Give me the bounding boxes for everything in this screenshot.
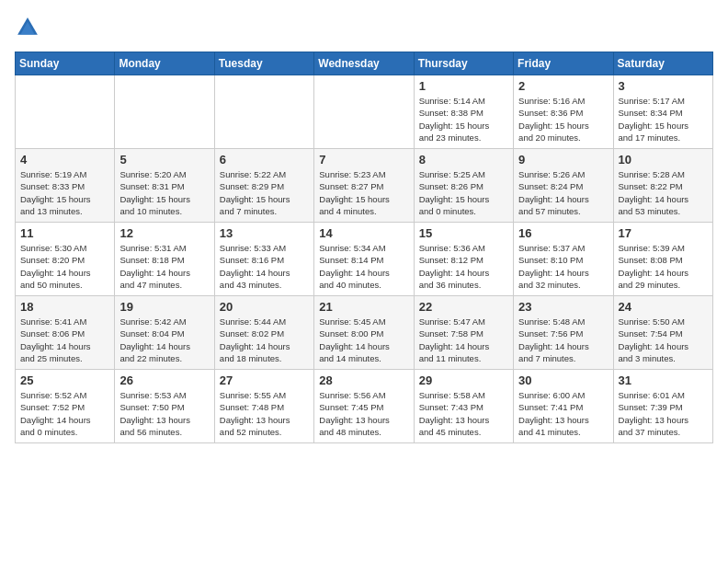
- day-info: Sunrise: 5:55 AM Sunset: 7:48 PM Dayligh…: [220, 389, 309, 438]
- day-info: Sunrise: 5:39 AM Sunset: 8:08 PM Dayligh…: [619, 242, 708, 291]
- day-number: 1: [419, 79, 508, 93]
- calendar-day-header: Sunday: [16, 52, 115, 75]
- day-number: 26: [119, 373, 209, 387]
- day-info: Sunrise: 5:22 AM Sunset: 8:29 PM Dayligh…: [220, 168, 309, 217]
- day-number: 17: [619, 226, 708, 240]
- calendar-day-cell: [16, 75, 115, 149]
- day-info: Sunrise: 5:34 AM Sunset: 8:14 PM Dayligh…: [319, 242, 408, 291]
- calendar-day-cell: 1Sunrise: 5:14 AM Sunset: 8:38 PM Daylig…: [414, 75, 513, 149]
- day-number: 8: [419, 153, 508, 167]
- day-info: Sunrise: 5:30 AM Sunset: 8:20 PM Dayligh…: [20, 242, 109, 291]
- day-info: Sunrise: 5:20 AM Sunset: 8:31 PM Dayligh…: [119, 168, 209, 217]
- calendar-day-header: Friday: [514, 52, 613, 75]
- day-info: Sunrise: 5:17 AM Sunset: 8:34 PM Dayligh…: [619, 95, 708, 144]
- calendar-day-cell: 10Sunrise: 5:28 AM Sunset: 8:22 PM Dayli…: [613, 149, 712, 223]
- calendar-day-header: Monday: [115, 52, 214, 75]
- calendar-day-cell: 26Sunrise: 5:53 AM Sunset: 7:50 PM Dayli…: [115, 370, 214, 443]
- day-info: Sunrise: 5:50 AM Sunset: 7:54 PM Dayligh…: [619, 316, 708, 364]
- day-info: Sunrise: 5:53 AM Sunset: 7:50 PM Dayligh…: [119, 389, 209, 438]
- logo-icon: [15, 15, 40, 40]
- day-number: 29: [419, 373, 508, 387]
- day-number: 28: [319, 373, 408, 387]
- calendar-week-row: 4Sunrise: 5:19 AM Sunset: 8:33 PM Daylig…: [16, 149, 713, 223]
- calendar-day-cell: 22Sunrise: 5:47 AM Sunset: 7:58 PM Dayli…: [414, 296, 513, 370]
- day-number: 14: [319, 226, 408, 240]
- day-info: Sunrise: 5:42 AM Sunset: 8:04 PM Dayligh…: [119, 316, 209, 364]
- day-number: 5: [119, 153, 209, 167]
- day-info: Sunrise: 5:41 AM Sunset: 8:06 PM Dayligh…: [20, 316, 109, 364]
- calendar-header-row: SundayMondayTuesdayWednesdayThursdayFrid…: [16, 52, 713, 75]
- calendar-day-cell: 23Sunrise: 5:48 AM Sunset: 7:56 PM Dayli…: [514, 296, 613, 370]
- calendar-week-row: 11Sunrise: 5:30 AM Sunset: 8:20 PM Dayli…: [16, 223, 713, 296]
- day-number: 31: [619, 373, 708, 387]
- day-number: 19: [119, 300, 209, 314]
- calendar-day-cell: 24Sunrise: 5:50 AM Sunset: 7:54 PM Dayli…: [613, 296, 712, 370]
- day-number: 7: [319, 153, 408, 167]
- day-info: Sunrise: 5:16 AM Sunset: 8:36 PM Dayligh…: [518, 95, 608, 144]
- calendar-day-cell: 12Sunrise: 5:31 AM Sunset: 8:18 PM Dayli…: [115, 223, 214, 296]
- calendar-day-cell: 17Sunrise: 5:39 AM Sunset: 8:08 PM Dayli…: [613, 223, 712, 296]
- calendar-day-cell: [214, 75, 313, 149]
- calendar-day-cell: 31Sunrise: 6:01 AM Sunset: 7:39 PM Dayli…: [613, 370, 712, 443]
- day-number: 11: [20, 226, 109, 240]
- day-number: 21: [319, 300, 408, 314]
- calendar-day-cell: [115, 75, 214, 149]
- day-info: Sunrise: 5:48 AM Sunset: 7:56 PM Dayligh…: [518, 316, 608, 364]
- day-info: Sunrise: 5:56 AM Sunset: 7:45 PM Dayligh…: [319, 389, 408, 438]
- day-info: Sunrise: 5:44 AM Sunset: 8:02 PM Dayligh…: [220, 316, 309, 364]
- calendar-day-cell: [314, 75, 414, 149]
- calendar-day-cell: 20Sunrise: 5:44 AM Sunset: 8:02 PM Dayli…: [214, 296, 313, 370]
- day-number: 12: [119, 226, 209, 240]
- day-number: 6: [220, 153, 309, 167]
- day-number: 4: [20, 153, 109, 167]
- calendar-day-cell: 27Sunrise: 5:55 AM Sunset: 7:48 PM Dayli…: [214, 370, 313, 443]
- day-number: 15: [419, 226, 508, 240]
- logo: [15, 15, 44, 40]
- day-number: 23: [518, 300, 608, 314]
- day-info: Sunrise: 5:58 AM Sunset: 7:43 PM Dayligh…: [419, 389, 508, 438]
- calendar-day-header: Tuesday: [214, 52, 313, 75]
- day-info: Sunrise: 5:45 AM Sunset: 8:00 PM Dayligh…: [319, 316, 408, 364]
- calendar-day-cell: 15Sunrise: 5:36 AM Sunset: 8:12 PM Dayli…: [414, 223, 513, 296]
- calendar-day-header: Saturday: [613, 52, 712, 75]
- calendar-day-cell: 14Sunrise: 5:34 AM Sunset: 8:14 PM Dayli…: [314, 223, 414, 296]
- day-number: 20: [220, 300, 309, 314]
- calendar-day-header: Wednesday: [314, 52, 414, 75]
- day-number: 2: [518, 79, 608, 93]
- calendar-day-header: Thursday: [414, 52, 513, 75]
- calendar-day-cell: 25Sunrise: 5:52 AM Sunset: 7:52 PM Dayli…: [16, 370, 115, 443]
- day-number: 10: [619, 153, 708, 167]
- calendar-day-cell: 2Sunrise: 5:16 AM Sunset: 8:36 PM Daylig…: [514, 75, 613, 149]
- day-info: Sunrise: 5:25 AM Sunset: 8:26 PM Dayligh…: [419, 168, 508, 217]
- calendar-day-cell: 13Sunrise: 5:33 AM Sunset: 8:16 PM Dayli…: [214, 223, 313, 296]
- day-info: Sunrise: 5:31 AM Sunset: 8:18 PM Dayligh…: [119, 242, 209, 291]
- day-info: Sunrise: 5:33 AM Sunset: 8:16 PM Dayligh…: [220, 242, 309, 291]
- calendar-day-cell: 3Sunrise: 5:17 AM Sunset: 8:34 PM Daylig…: [613, 75, 712, 149]
- calendar-day-cell: 29Sunrise: 5:58 AM Sunset: 7:43 PM Dayli…: [414, 370, 513, 443]
- calendar-day-cell: 9Sunrise: 5:26 AM Sunset: 8:24 PM Daylig…: [514, 149, 613, 223]
- day-info: Sunrise: 6:01 AM Sunset: 7:39 PM Dayligh…: [619, 389, 708, 438]
- day-info: Sunrise: 5:19 AM Sunset: 8:33 PM Dayligh…: [20, 168, 109, 217]
- calendar-day-cell: 7Sunrise: 5:23 AM Sunset: 8:27 PM Daylig…: [314, 149, 414, 223]
- calendar-week-row: 25Sunrise: 5:52 AM Sunset: 7:52 PM Dayli…: [16, 370, 713, 443]
- day-number: 30: [518, 373, 608, 387]
- calendar-week-row: 1Sunrise: 5:14 AM Sunset: 8:38 PM Daylig…: [16, 75, 713, 149]
- calendar-day-cell: 4Sunrise: 5:19 AM Sunset: 8:33 PM Daylig…: [16, 149, 115, 223]
- day-info: Sunrise: 6:00 AM Sunset: 7:41 PM Dayligh…: [518, 389, 608, 438]
- day-number: 24: [619, 300, 708, 314]
- calendar-week-row: 18Sunrise: 5:41 AM Sunset: 8:06 PM Dayli…: [16, 296, 713, 370]
- day-number: 9: [518, 153, 608, 167]
- day-info: Sunrise: 5:37 AM Sunset: 8:10 PM Dayligh…: [518, 242, 608, 291]
- header: [15, 15, 713, 40]
- day-number: 16: [518, 226, 608, 240]
- day-info: Sunrise: 5:28 AM Sunset: 8:22 PM Dayligh…: [619, 168, 708, 217]
- calendar-day-cell: 8Sunrise: 5:25 AM Sunset: 8:26 PM Daylig…: [414, 149, 513, 223]
- day-number: 3: [619, 79, 708, 93]
- calendar-day-cell: 21Sunrise: 5:45 AM Sunset: 8:00 PM Dayli…: [314, 296, 414, 370]
- calendar-day-cell: 28Sunrise: 5:56 AM Sunset: 7:45 PM Dayli…: [314, 370, 414, 443]
- calendar-day-cell: 6Sunrise: 5:22 AM Sunset: 8:29 PM Daylig…: [214, 149, 313, 223]
- calendar-day-cell: 18Sunrise: 5:41 AM Sunset: 8:06 PM Dayli…: [16, 296, 115, 370]
- calendar-day-cell: 30Sunrise: 6:00 AM Sunset: 7:41 PM Dayli…: [514, 370, 613, 443]
- calendar-day-cell: 11Sunrise: 5:30 AM Sunset: 8:20 PM Dayli…: [16, 223, 115, 296]
- day-info: Sunrise: 5:47 AM Sunset: 7:58 PM Dayligh…: [419, 316, 508, 364]
